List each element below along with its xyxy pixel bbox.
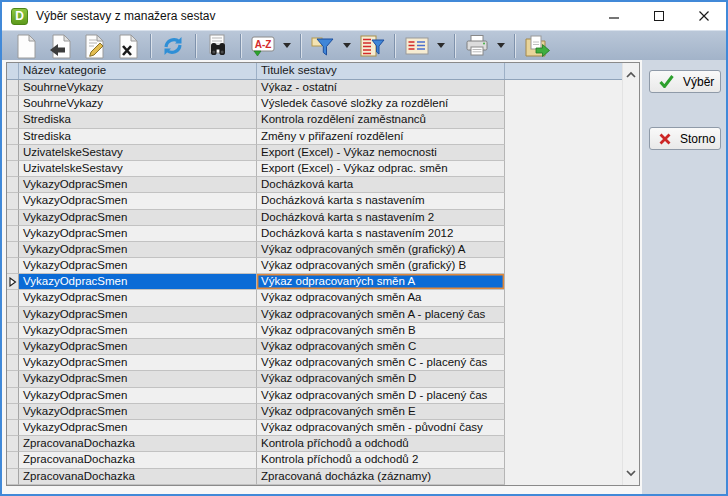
table-row[interactable]: VykazyOdpracSmen Výkaz odpracovaných smě… (7, 355, 639, 371)
category-cell[interactable]: VykazyOdpracSmen (19, 226, 257, 242)
columns-dropdown[interactable] (434, 32, 447, 60)
category-cell[interactable]: VykazyOdpracSmen (19, 404, 257, 420)
table-row[interactable]: VykazyOdpracSmen Výkaz odpracovaných smě… (7, 242, 639, 258)
vertical-scrollbar[interactable] (622, 63, 639, 485)
title-cell[interactable]: Výkaz odpracovaných směn (grafický) B (257, 258, 505, 274)
category-cell[interactable]: VykazyOdpracSmen (19, 323, 257, 339)
table-row[interactable]: VykazyOdpracSmen Výkaz odpracovaných smě… (7, 323, 639, 339)
scroll-up-button[interactable] (623, 66, 639, 83)
category-cell[interactable]: VykazyOdpracSmen (19, 274, 257, 290)
title-cell[interactable]: Výkaz odpracovaných směn A (257, 274, 505, 290)
table-row[interactable]: SouhrneVykazy Výkaz - ostatní (7, 80, 639, 96)
select-button[interactable]: Výběr (649, 70, 721, 93)
table-row[interactable]: ZpracovanaDochazka Kontrola příchodů a o… (7, 436, 639, 452)
category-cell[interactable]: ZpracovanaDochazka (19, 436, 257, 452)
filter-dropdown[interactable] (340, 32, 353, 60)
title-cell[interactable]: Docházková karta s nastavením (257, 193, 505, 209)
table-row[interactable]: VykazyOdpracSmen Výkaz odpracovaných smě… (7, 307, 639, 323)
table-row[interactable]: VykazyOdpracSmen Docházková karta s nast… (7, 226, 639, 242)
category-cell[interactable]: VykazyOdpracSmen (19, 258, 257, 274)
column-header-category[interactable]: Název kategorie (19, 63, 257, 79)
title-cell[interactable]: Výkaz odpracovaných směn D (257, 371, 505, 387)
table-row[interactable]: VykazyOdpracSmen Výkaz odpracovaných smě… (7, 404, 639, 420)
close-button[interactable] (681, 2, 726, 30)
table-row[interactable]: Strediska Kontrola rozdělení zaměstnanců (7, 112, 639, 128)
title-cell[interactable]: Kontrola rozdělení zaměstnanců (257, 112, 505, 128)
find-button[interactable] (204, 32, 232, 60)
table-row[interactable]: Strediska Změny v přiřazení rozdělení (7, 129, 639, 145)
sort-az-button[interactable]: A-Z (249, 32, 277, 60)
export-button[interactable] (523, 32, 551, 60)
category-cell[interactable]: SouhrneVykazy (19, 80, 257, 96)
table-row[interactable]: ZpracovanaDochazka Zpracovaná docházka (… (7, 469, 639, 485)
category-cell[interactable]: VykazyOdpracSmen (19, 290, 257, 306)
table-row[interactable]: VykazyOdpracSmen Výkaz odpracovaných smě… (7, 290, 639, 306)
columns-button[interactable] (403, 32, 431, 60)
column-header-title[interactable]: Titulek sestavy (257, 63, 505, 79)
delete-report-button[interactable] (114, 32, 142, 60)
open-report-button[interactable] (46, 32, 74, 60)
table-row[interactable]: ZpracovanaDochazka Kontrola příchodů a o… (7, 452, 639, 468)
category-cell[interactable]: ZpracovanaDochazka (19, 452, 257, 468)
category-cell[interactable]: VykazyOdpracSmen (19, 371, 257, 387)
refresh-button[interactable] (159, 32, 187, 60)
table-row[interactable]: VykazyOdpracSmen Výkaz odpracovaných smě… (7, 371, 639, 387)
new-report-button[interactable] (12, 32, 40, 60)
category-cell[interactable]: VykazyOdpracSmen (19, 307, 257, 323)
category-cell[interactable]: VykazyOdpracSmen (19, 210, 257, 226)
print-button[interactable] (463, 32, 491, 60)
table-row[interactable]: VykazyOdpracSmen Výkaz odpracovaných smě… (7, 388, 639, 404)
maximize-button[interactable] (636, 2, 681, 30)
sort-az-dropdown[interactable] (280, 32, 293, 60)
title-cell[interactable]: Změny v přiřazení rozdělení (257, 129, 505, 145)
filter-button[interactable] (309, 32, 337, 60)
category-cell[interactable]: VykazyOdpracSmen (19, 388, 257, 404)
cancel-button[interactable]: Storno (649, 127, 721, 150)
category-cell[interactable]: ZpracovanaDochazka (19, 469, 257, 485)
category-cell[interactable]: Strediska (19, 112, 257, 128)
category-cell[interactable]: VykazyOdpracSmen (19, 193, 257, 209)
title-cell[interactable]: Kontrola příchodů a odchodů (257, 436, 505, 452)
category-cell[interactable]: VykazyOdpracSmen (19, 242, 257, 258)
category-cell[interactable]: VykazyOdpracSmen (19, 339, 257, 355)
category-cell[interactable]: VykazyOdpracSmen (19, 420, 257, 436)
title-cell[interactable]: Docházková karta s nastavením 2012 (257, 226, 505, 242)
category-cell[interactable]: SouhrneVykazy (19, 96, 257, 112)
filter-settings-button[interactable] (358, 32, 386, 60)
category-cell[interactable]: VykazyOdpracSmen (19, 177, 257, 193)
title-cell[interactable]: Výkaz - ostatní (257, 80, 505, 96)
title-cell[interactable]: Docházková karta (257, 177, 505, 193)
title-cell[interactable]: Výkaz odpracovaných směn C (257, 339, 505, 355)
category-cell[interactable]: Strediska (19, 129, 257, 145)
table-row[interactable]: VykazyOdpracSmen Docházková karta (7, 177, 639, 193)
table-row[interactable]: SouhrneVykazy Výsledek časové složky za … (7, 96, 639, 112)
title-cell[interactable]: Kontrola příchodů a odchodů 2 (257, 452, 505, 468)
table-row[interactable]: VykazyOdpracSmen Výkaz odpracovaných smě… (7, 339, 639, 355)
category-cell[interactable]: VykazyOdpracSmen (19, 355, 257, 371)
title-cell[interactable]: Výkaz odpracovaných směn Aa (257, 290, 505, 306)
title-cell[interactable]: Export (Excel) - Výkaz odprac. směn (257, 161, 505, 177)
table-row[interactable]: VykazyOdpracSmen Výkaz odpracovaných smě… (7, 258, 639, 274)
edit-report-button[interactable] (80, 32, 108, 60)
category-cell[interactable]: UzivatelskeSestavy (19, 161, 257, 177)
title-cell[interactable]: Výkaz odpracovaných směn C - placený čas (257, 355, 505, 371)
title-cell[interactable]: Výkaz odpracovaných směn A - placený čas (257, 307, 505, 323)
scroll-down-button[interactable] (623, 465, 639, 482)
table-row[interactable]: VykazyOdpracSmen Docházková karta s nast… (7, 193, 639, 209)
table-row[interactable]: UzivatelskeSestavy Export (Excel) - Výka… (7, 145, 639, 161)
title-cell[interactable]: Výkaz odpracovaných směn B (257, 323, 505, 339)
print-dropdown[interactable] (494, 32, 507, 60)
title-cell[interactable]: Výkaz odpracovaných směn (grafický) A (257, 242, 505, 258)
table-row[interactable]: VykazyOdpracSmen Docházková karta s nast… (7, 210, 639, 226)
title-cell[interactable]: Export (Excel) - Výkaz nemocnosti (257, 145, 505, 161)
title-cell[interactable]: Zpracovaná docházka (záznamy) (257, 469, 505, 485)
table-row[interactable]: UzivatelskeSestavy Export (Excel) - Výka… (7, 161, 639, 177)
table-row[interactable]: VykazyOdpracSmen Výkaz odpracovaných smě… (7, 420, 639, 436)
title-cell[interactable]: Docházková karta s nastavením 2 (257, 210, 505, 226)
title-cell[interactable]: Výkaz odpracovaných směn E (257, 404, 505, 420)
title-cell[interactable]: Výkaz odpracovaných směn D - placený čas (257, 388, 505, 404)
minimize-button[interactable] (591, 2, 636, 30)
title-cell[interactable]: Výkaz odpracovaných směn - původní časy (257, 420, 505, 436)
title-cell[interactable]: Výsledek časové složky za rozdělení (257, 96, 505, 112)
category-cell[interactable]: UzivatelskeSestavy (19, 145, 257, 161)
